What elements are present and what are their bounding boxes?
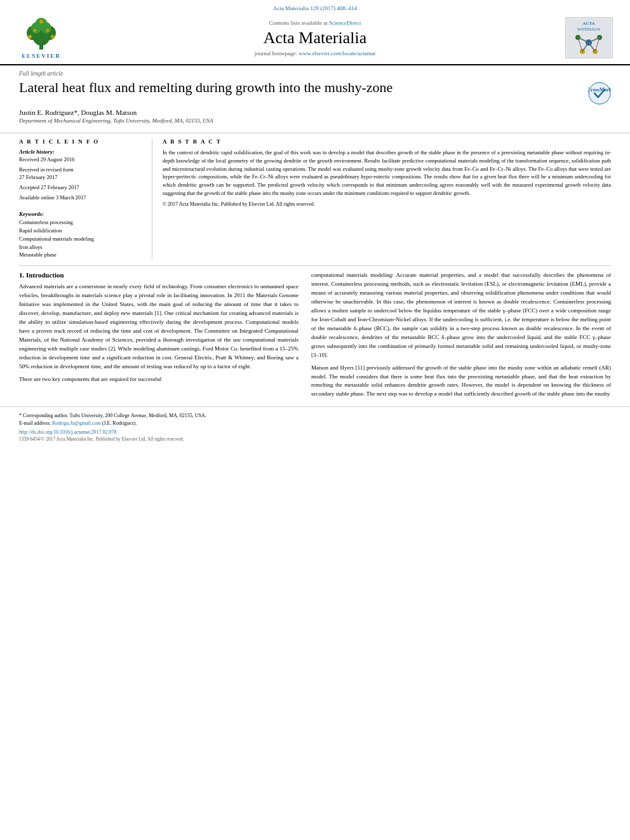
body-right-col: computational materials modeling: Accura… [311,271,611,403]
article-type: Full length article [19,70,611,77]
keywords-label: Keywords: [19,211,142,217]
journal-name: Acta Materialia [70,29,560,48]
journal-citation: Acta Materialia 129 (2017) 408–414 [13,5,617,11]
body-para1: Advanced materials are a cornerstone in … [19,283,298,371]
abstract-text: In the context of dendritic rapid solidi… [163,149,611,197]
abstract-col: A B S T R A C T In the context of dendri… [152,138,611,259]
elsevier-logo: ELSEVIER [13,17,70,59]
accepted-date: Accepted 27 February 2017 [19,184,142,192]
keywords-list: Containerless processing Rapid solidific… [19,218,142,259]
body-para2: There are two key components that are re… [19,375,298,384]
issn-line: 1359-6454/© 2017 Acta Materialia Inc. Pu… [19,436,611,442]
article-info-col: A R T I C L E I N F O Article history: R… [19,138,152,259]
footnote-email: E-mail address: Rodrigu.Ju@gmail.com (J.… [19,420,611,427]
svg-point-8 [51,35,55,39]
page: Acta Materialia 129 (2017) 408–414 [0,0,630,840]
section-divider [19,265,611,266]
body-left-col: 1. Introduction Advanced materials are a… [19,271,298,403]
homepage-line: journal homepage: www.elsevier.com/locat… [70,50,560,57]
article-info-abstract: A R T I C L E I N F O Article history: R… [0,133,630,259]
keyword-1: Containerless processing [19,218,142,227]
acta-materialia-logo: ACTA MATERIALIA [565,17,613,58]
doi-link[interactable]: http://dx.doi.org/10.1016/j.actamat.2017… [19,429,611,435]
history-label: Article history: [19,149,142,155]
keyword-3: Computational materials modeling [19,235,142,243]
body-right-para1: computational materials modeling: Accura… [311,271,611,359]
article-info-heading: A R T I C L E I N F O [19,138,142,145]
footnote-star: * Corresponding author. Tufts University… [19,412,611,419]
body-area: 1. Introduction Advanced materials are a… [0,271,630,403]
authors: Justin E. Rodriguez*, Douglas M. Matson [19,109,611,116]
svg-text:CrossMark: CrossMark [588,87,611,93]
revised-label: Received in revised form 27 February 201… [19,166,142,182]
sciencedirect-link[interactable]: ScienceDirect [329,20,361,26]
footer-area: * Corresponding author. Tufts University… [0,406,630,444]
section1-title: 1. Introduction [19,271,298,279]
affiliation: Department of Mechanical Engineering, Tu… [19,117,611,124]
svg-text:ACTA: ACTA [582,21,594,26]
body-right-para2: Matson and Hyers [11] previously address… [311,364,611,399]
email-link[interactable]: Rodrigu.Ju@gmail.com [52,420,101,426]
abstract-copyright: © 2017 Acta Materialia Inc. Published by… [163,201,611,207]
elsevier-tree-icon [22,17,60,51]
journal-header: Acta Materialia 129 (2017) 408–414 [0,0,630,65]
keyword-5: Metastable phase [19,251,142,259]
svg-point-9 [34,29,37,32]
svg-text:MATERIALIA: MATERIALIA [577,27,601,31]
contents-line: Contents lists available at ScienceDirec… [70,20,560,26]
body-two-col: 1. Introduction Advanced materials are a… [19,271,611,403]
keyword-4: Iron alloys [19,243,142,251]
article-title: Lateral heat flux and remelting during g… [19,79,582,96]
svg-point-26 [589,83,610,104]
svg-point-10 [46,29,50,32]
acta-logo-box: ACTA MATERIALIA [560,17,617,58]
elsevier-brand: ELSEVIER [22,53,61,59]
abstract-heading: A B S T R A C T [163,138,611,145]
homepage-link[interactable]: www.elsevier.com/locate/actamat [298,50,375,57]
svg-point-11 [39,20,43,23]
article-area: Full length article Lateral heat flux an… [0,65,630,133]
online-date: Available online 3 March 2017 [19,194,142,202]
crossmark[interactable]: CrossMark [588,82,611,105]
journal-title-center: Contents lists available at ScienceDirec… [70,20,560,57]
svg-point-7 [28,35,32,39]
received-date: Received 29 August 2016 [19,156,142,164]
keyword-2: Rapid solidification [19,227,142,235]
